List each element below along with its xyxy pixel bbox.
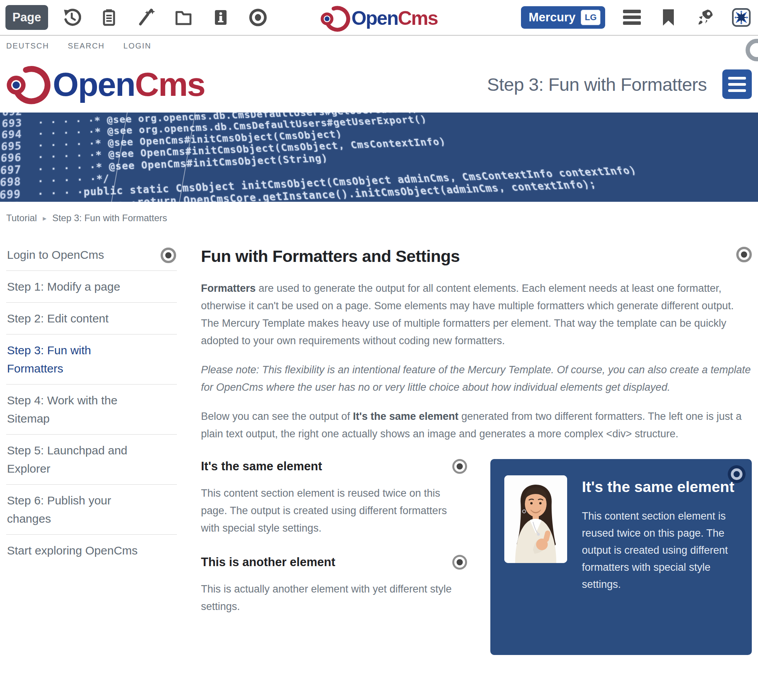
sidebar-item-1[interactable]: Login to OpenCms xyxy=(6,239,177,271)
opencms-logo-mark xyxy=(6,61,51,107)
code-line-number: 698 xyxy=(0,175,38,188)
meta-nav-item-deutsch[interactable]: DEUTSCH xyxy=(6,42,49,50)
meta-nav-item-login[interactable]: LOGIN xyxy=(123,42,151,50)
opencms-logo-text: OpenCms xyxy=(351,9,438,28)
page-title: Step 3: Fun with Formatters xyxy=(487,74,707,95)
code-line-number: 695 xyxy=(1,140,38,152)
sidebar-item-5[interactable]: Step 4: Work with the Sitemap xyxy=(6,385,177,435)
site-logo[interactable]: OpenCms xyxy=(6,61,205,107)
edit-point-icon[interactable] xyxy=(728,465,746,483)
edit-point-icon[interactable] xyxy=(452,459,467,474)
article-title: Fun with Formatters and Settings xyxy=(201,247,460,266)
breadcrumb: Tutorial▸Step 3: Fun with Formatters xyxy=(0,202,758,234)
section-heading-same-element: It's the same element xyxy=(201,459,322,473)
code-line-number: 699 xyxy=(0,187,38,201)
publish-rocket-icon[interactable] xyxy=(695,8,715,27)
toolbar-right-icons: Mercury LG xyxy=(521,6,753,29)
edit-point-icon[interactable] xyxy=(161,248,176,263)
code-line-number: 697 xyxy=(0,163,38,176)
code-line-number: 694 xyxy=(1,128,38,140)
template-size-badge: LG xyxy=(581,10,601,25)
sidebar-nav: Login to OpenCmsStep 1: Modify a pageSte… xyxy=(6,239,177,655)
article: Fun with Formatters and Settings Formatt… xyxy=(201,239,752,655)
site-header: OpenCms Step 3: Fun with Formatters xyxy=(0,56,758,113)
sidebar-item-label: Start exploring OpenCms xyxy=(7,541,138,560)
info-icon[interactable] xyxy=(211,8,230,27)
template-info-button[interactable]: Mercury LG xyxy=(521,6,605,29)
magic-wand-icon[interactable] xyxy=(137,8,156,27)
card-text: This content section element is reused t… xyxy=(582,508,738,593)
breadcrumb-separator-icon: ▸ xyxy=(43,214,47,223)
code-line-number: 693 xyxy=(2,117,38,129)
section-text-same-element: This content section element is reused t… xyxy=(201,485,467,537)
below-bold: It's the same element xyxy=(353,411,459,422)
code-line-number: 696 xyxy=(0,151,38,164)
section-heading-another-element: This is another element xyxy=(201,555,335,569)
intro-paragraph: Formatters are used to generate the outp… xyxy=(201,280,752,350)
card-heading: It's the same element xyxy=(582,477,738,497)
hamburger-bar xyxy=(728,89,746,92)
sidebar-item-3[interactable]: Step 2: Edit content xyxy=(6,303,177,334)
breadcrumb-link[interactable]: Tutorial xyxy=(6,213,37,224)
opencms-page: Page xyxy=(0,0,758,700)
hero-code-image: 692· · · · ·* or an invalid user name wa… xyxy=(0,113,758,202)
below-text-before: Below you can see the output of xyxy=(201,411,353,422)
sidebar-item-label: Step 3: Fun with Formatters xyxy=(7,341,141,378)
breadcrumb-current: Step 3: Fun with Formatters xyxy=(52,213,167,224)
sidebar-item-6[interactable]: Step 5: Launchpad and Explorer xyxy=(6,435,177,485)
clipboard-icon[interactable] xyxy=(99,8,119,27)
template-name-label: Mercury xyxy=(529,10,576,24)
sidebar-item-label: Step 4: Work with the Sitemap xyxy=(7,391,141,428)
image-output-card: It's the same element This content secti… xyxy=(490,459,752,655)
text-output-column: It's the same element This content secti… xyxy=(201,459,467,655)
below-paragraph: Below you can see the output of It's the… xyxy=(201,408,752,443)
meta-nav: DEUTSCHSEARCHLOGIN xyxy=(0,36,758,56)
note-paragraph: Please note: This flexibility is an inte… xyxy=(201,361,752,396)
sidebar-nav-list: Login to OpenCmsStep 1: Modify a pageSte… xyxy=(6,239,177,566)
folder-icon[interactable] xyxy=(174,8,193,27)
sidebar-item-label: Step 1: Modify a page xyxy=(7,277,120,296)
hamburger-bar xyxy=(728,83,746,86)
intro-lead: Formatters xyxy=(201,282,256,294)
sidebar-item-4[interactable]: Step 3: Fun with Formatters xyxy=(6,334,177,385)
edit-points-icon[interactable] xyxy=(248,8,268,27)
hamburger-icon[interactable] xyxy=(622,8,642,27)
edit-point-icon[interactable] xyxy=(452,555,467,570)
code-line-number: 700 xyxy=(0,200,37,202)
intro-text: are used to generate the output for all … xyxy=(201,282,734,347)
card-body: It's the same element This content secti… xyxy=(582,475,738,593)
meta-nav-item-search[interactable]: SEARCH xyxy=(68,42,105,50)
page-menu-button[interactable]: Page xyxy=(5,5,48,30)
editor-toolbar: Page xyxy=(0,0,758,36)
section-text-another-element: This is actually another element with ye… xyxy=(201,580,467,615)
sidebar-item-label: Step 2: Edit content xyxy=(7,309,109,327)
history-icon[interactable] xyxy=(62,8,81,27)
sidebar-item-label: Step 5: Launchpad and Explorer xyxy=(7,441,141,478)
toolbar-left-icons xyxy=(62,8,268,27)
formatter-output-row: It's the same element This content secti… xyxy=(201,459,752,655)
sidebar-item-7[interactable]: Step 6: Publish your changes xyxy=(6,485,177,535)
sidebar-item-label: Login to OpenCms xyxy=(7,246,104,264)
sidebar-item-8[interactable]: Start exploring OpenCms xyxy=(6,535,177,566)
exit-editor-icon[interactable] xyxy=(732,8,751,27)
edit-point-icon[interactable] xyxy=(736,247,752,262)
hamburger-bar xyxy=(728,77,746,80)
thumbs-up-woman-photo xyxy=(504,475,567,563)
sidebar-item-label: Step 6: Publish your changes xyxy=(7,491,141,528)
opencms-logo-text: OpenCms xyxy=(53,68,205,101)
meta-nav-list: DEUTSCHSEARCHLOGIN xyxy=(6,42,151,50)
opencms-logo-mark xyxy=(320,2,351,34)
content-area: Login to OpenCmsStep 1: Modify a pageSte… xyxy=(0,239,758,655)
bookmark-icon[interactable] xyxy=(659,8,678,27)
menu-hamburger-button[interactable] xyxy=(722,69,752,99)
sidebar-item-2[interactable]: Step 1: Modify a page xyxy=(6,271,177,303)
opencms-toolbar-logo: OpenCms xyxy=(320,2,438,34)
